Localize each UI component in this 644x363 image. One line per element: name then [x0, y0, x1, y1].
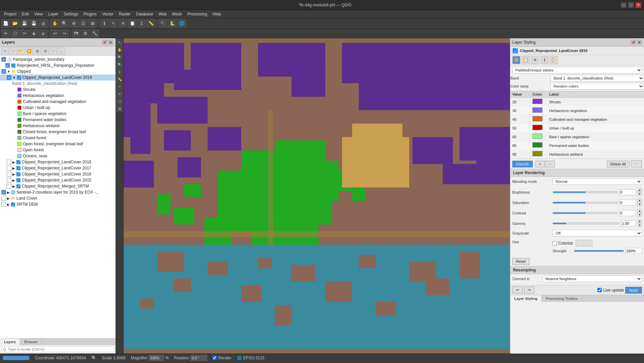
open-layer-button[interactable]: 📂: [17, 47, 25, 55]
layer-checkbox-2017[interactable]: [7, 166, 11, 170]
layer-item-landcover-2019[interactable]: ✓ ▼ 🗾 Clipped_Reprojected_LandCover 2019: [0, 74, 115, 81]
landcover-group-expand-icon[interactable]: ▶: [7, 197, 10, 200]
identify-button[interactable]: ℹ: [100, 19, 109, 28]
brightness-spinners[interactable]: ▲ ▼: [637, 188, 642, 196]
layer-item-landcover-2017[interactable]: ▶ 🗾 Clipped_Reprojected_LandCover 2017: [0, 165, 115, 171]
layer-item-landcover-2015[interactable]: ▶ 🗾 Clipped_Reprojected_LandCover 2015: [0, 177, 115, 183]
layer-checkbox-landcover-group[interactable]: [1, 196, 6, 201]
select-button[interactable]: ↖: [109, 19, 118, 28]
render-checkbox[interactable]: [212, 356, 217, 360]
menu-edit[interactable]: Edit: [19, 11, 31, 17]
layer-checkbox-2015[interactable]: [7, 178, 11, 183]
grayscale-select[interactable]: Off By lightness By luminosity By averag…: [553, 230, 642, 237]
expand-icon-2018[interactable]: ▶: [12, 160, 15, 164]
layer-item-hrsl[interactable]: ✓ 🗾 Reprojected_HRSL_Pampanga_Population: [0, 62, 115, 68]
sentinel-expand-icon[interactable]: ▶: [7, 191, 10, 194]
layer-item-clipped-group[interactable]: ✓ ▼ 📁 Clipped: [0, 68, 115, 74]
gamma-spinners[interactable]: ▲ ▼: [637, 219, 642, 227]
expand-icon-2017[interactable]: ▶: [12, 166, 15, 170]
menu-plugins[interactable]: Plugins: [81, 11, 99, 17]
tab-processing-toolbox[interactable]: Processing Toolbox: [542, 295, 582, 302]
delete-row-button[interactable]: −: [545, 161, 555, 167]
layer-item-landcover-2016[interactable]: ▶ 🗾 Clipped_Reprojected_LandCover 2016: [0, 171, 115, 177]
fieldcalc-button[interactable]: ⚙: [81, 29, 90, 38]
strength-track[interactable]: [574, 250, 624, 252]
locate-input[interactable]: [1, 346, 114, 352]
menu-settings[interactable]: Settings: [61, 11, 81, 17]
layer-item-merged-srtm[interactable]: ▶ 🗾 Clipped_Reprojected_Merged_SRTM: [0, 183, 115, 189]
zoom-layer-button[interactable]: ⊡: [79, 19, 87, 28]
statistics-button[interactable]: Σ: [137, 19, 146, 28]
delete-all-button[interactable]: Delete All: [607, 161, 630, 167]
save-button[interactable]: 💾: [20, 19, 29, 28]
layer-item-landcover-group[interactable]: ▶ 📁 Land Cover: [0, 195, 115, 201]
new-project-button[interactable]: 📄: [1, 19, 10, 28]
apply-button[interactable]: Apply: [625, 287, 642, 294]
python-button[interactable]: 🐍: [168, 19, 177, 28]
srtm-expand-icon[interactable]: ▶: [7, 203, 10, 206]
digitize-button[interactable]: ✂: [20, 29, 29, 38]
edit-pencil-button[interactable]: ✏: [1, 29, 10, 38]
undo-styling-button[interactable]: ↩: [512, 287, 523, 294]
open-project-button[interactable]: 📂: [11, 19, 19, 28]
remove-layer-button[interactable]: −: [9, 47, 17, 55]
minimize-button[interactable]: —: [621, 2, 627, 8]
zoom-select-button[interactable]: ⊠: [88, 19, 97, 28]
menu-view[interactable]: View: [31, 11, 46, 17]
maximize-button[interactable]: □: [628, 2, 634, 8]
menu-project[interactable]: Project: [1, 11, 19, 17]
styling-icon-legend[interactable]: 📜: [550, 56, 558, 64]
zoom-full-button[interactable]: ⊕: [69, 19, 78, 28]
move-up-button[interactable]: ↑: [50, 47, 57, 55]
styling-icon-metadata[interactable]: ℹ: [540, 56, 549, 64]
menu-layer[interactable]: Layer: [46, 11, 61, 17]
group-expand-icon[interactable]: ▼: [7, 70, 10, 73]
tool-select[interactable]: ↖: [116, 39, 123, 46]
menu-raster[interactable]: Raster: [116, 11, 133, 17]
plugins-button[interactable]: 🔌: [158, 19, 167, 28]
pan-tool-button[interactable]: ✋: [51, 19, 59, 28]
tool-advanced[interactable]: ⚙: [116, 105, 123, 112]
reset-button[interactable]: Reset: [512, 258, 529, 265]
browser-button[interactable]: 🌐: [177, 19, 186, 28]
tool-identify[interactable]: ℹ: [116, 68, 123, 75]
classify-button[interactable]: Classify: [512, 161, 533, 167]
gamma-input[interactable]: [621, 220, 636, 226]
deselect-button[interactable]: ✕: [119, 19, 127, 28]
close-button[interactable]: ✕: [635, 2, 641, 8]
color-ramp-select[interactable]: Random colors: [551, 83, 644, 90]
styling-icon-symbology[interactable]: 🎨: [512, 56, 520, 64]
layer-item-pampanga-boundary[interactable]: ✓ ⬜ Pampanga_admin_boundary: [0, 56, 115, 62]
expand-icon-2015[interactable]: ▶: [12, 178, 15, 182]
edit3-button[interactable]: ⌀: [39, 29, 48, 38]
open-table-button[interactable]: 📋: [128, 19, 137, 28]
plugin2-button[interactable]: 🔧: [90, 29, 99, 38]
tab-layers[interactable]: Layers: [0, 339, 20, 345]
menu-vector[interactable]: Vector: [100, 11, 116, 17]
redo-styling-button[interactable]: ↪: [524, 287, 534, 294]
more-options-button[interactable]: ⋯: [631, 160, 642, 167]
tool-node[interactable]: ⬡: [116, 98, 123, 105]
measure-button[interactable]: 📏: [147, 19, 155, 28]
saturation-spinners[interactable]: ▲ ▼: [637, 199, 642, 206]
layer-checkbox-2018[interactable]: [7, 160, 11, 164]
menu-processing[interactable]: Processing: [185, 11, 210, 17]
layer-checkbox-sentinel[interactable]: ✓: [1, 190, 6, 195]
collapse-all-button[interactable]: ⊟: [42, 47, 49, 55]
styling-icon-rendering[interactable]: 👁: [531, 56, 539, 64]
zoom-in-button[interactable]: 🔍: [60, 19, 69, 28]
layer-checkbox-clipped-group[interactable]: ✓: [1, 69, 6, 74]
layer-checkbox-2016[interactable]: [7, 172, 11, 176]
tab-layer-styling[interactable]: Layer Styling: [510, 295, 542, 302]
strength-input[interactable]: [625, 248, 642, 254]
layers-panel-pin[interactable]: 📌: [102, 40, 107, 45]
tool-add-feature[interactable]: +: [116, 83, 123, 90]
brightness-track[interactable]: [553, 191, 618, 193]
saturation-track[interactable]: [553, 202, 618, 204]
add-row-button[interactable]: +: [535, 161, 545, 167]
styling-panel-pin[interactable]: 📌: [631, 40, 636, 45]
menu-mesh[interactable]: Mesh: [170, 11, 185, 17]
layer-checkbox-srtm[interactable]: [1, 202, 6, 207]
renderer-select[interactable]: Paletted/Unique values Singleband gray M…: [512, 67, 642, 73]
filter-layer-button[interactable]: 🔽: [25, 47, 33, 55]
